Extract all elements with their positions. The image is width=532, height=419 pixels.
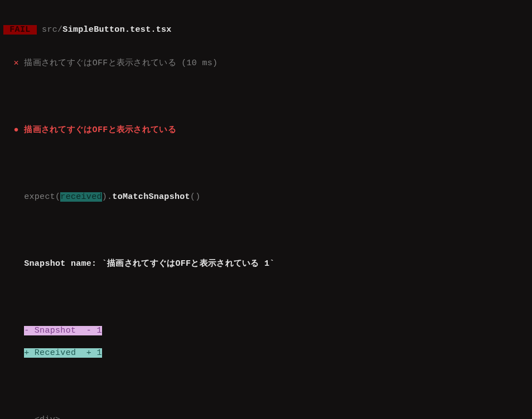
- failed-test-line: ✕ 描画されてすぐはOFFと表示されている (10 ms): [3, 58, 532, 69]
- bullet-icon: ●: [3, 125, 24, 135]
- diff-snapshot-header: - Snapshot - 1: [3, 325, 532, 337]
- blank-line: [3, 225, 532, 236]
- fail-badge: FAIL: [3, 25, 37, 35]
- describe-line: ● 描画されてすぐはOFFと表示されている: [3, 125, 532, 136]
- expect-open: expect(: [3, 192, 60, 202]
- file-name: SimpleButton.test.tsx: [62, 25, 171, 35]
- path-prefix: src/: [37, 25, 63, 35]
- expect-mid: ).: [102, 192, 113, 202]
- blank-line: [3, 158, 532, 169]
- blank-line: [3, 91, 532, 103]
- matcher-name: toMatchSnapshot: [112, 192, 190, 202]
- failed-test-title: 描画されてすぐはOFFと表示されている: [24, 59, 176, 68]
- fail-x-icon: ✕: [3, 59, 24, 68]
- run-header: FAIL src/SimpleButton.test.tsx: [3, 25, 532, 36]
- describe-title: 描画されてすぐはOFFと表示されている: [24, 125, 176, 135]
- diff-snapshot-label: - Snapshot - 1: [24, 326, 102, 335]
- failed-test-duration: (10 ms): [176, 59, 217, 68]
- diff-received-header: + Received + 1: [3, 348, 532, 359]
- expect-line: expect(received).toMatchSnapshot(): [3, 192, 532, 203]
- expect-suffix: (): [190, 192, 201, 202]
- snapshot-name-value: `描画されてすぐはOFFと表示されている 1`: [102, 259, 275, 269]
- blank-line: [3, 381, 532, 392]
- snapshot-name-label: Snapshot name:: [3, 259, 102, 269]
- terminal-output: FAIL src/SimpleButton.test.tsx ✕ 描画されてすぐ…: [0, 0, 532, 419]
- snapshot-name-line: Snapshot name: `描画されてすぐはOFFと表示されている 1`: [3, 259, 532, 270]
- received-token: received: [60, 192, 101, 202]
- blank-line: [3, 292, 532, 303]
- diff-context-line: <div>: [3, 415, 532, 419]
- diff-received-label: + Received + 1: [24, 348, 102, 358]
